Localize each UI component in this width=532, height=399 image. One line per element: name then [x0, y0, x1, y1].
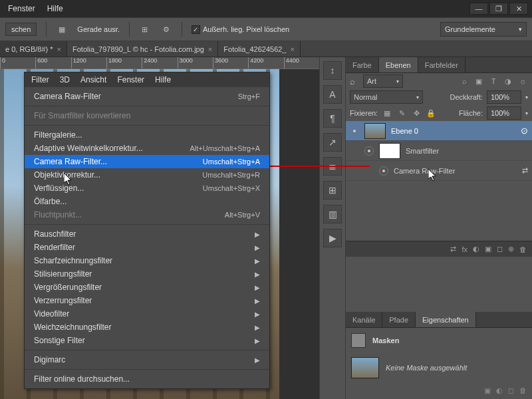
filter-type-icon[interactable]: T [488, 76, 499, 86]
panel-tab[interactable]: Kanäle [346, 312, 382, 327]
gear-icon[interactable]: ⚙ [160, 23, 172, 35]
panel-toggle-button[interactable]: ↗ [323, 133, 342, 152]
delete-label[interactable]: schen [5, 23, 37, 36]
maximize-button[interactable]: ❐ [489, 3, 508, 15]
menu-item[interactable]: Ölfarbe... [25, 195, 269, 208]
visibility-icon[interactable] [364, 146, 374, 156]
popup-menubar-item[interactable]: Ansicht [80, 75, 106, 84]
panel-tab[interactable]: Farbfelder [418, 57, 466, 72]
menu-item[interactable]: Renderfilter▶ [25, 241, 269, 254]
blend-mode-dropdown[interactable]: Normal ▾ [350, 90, 423, 104]
layer-action-icon[interactable]: ◻ [497, 245, 503, 253]
minimize-button[interactable]: — [469, 3, 488, 15]
popup-menubar-item[interactable]: 3D [60, 75, 70, 84]
menu-item[interactable]: Sonstige Filter▶ [25, 334, 269, 347]
menu-item[interactable]: Rauschfilter▶ [25, 227, 269, 241]
menu-item[interactable]: Filtergalerie... [25, 128, 269, 142]
layer-action-icon[interactable]: ⊕ [508, 245, 514, 253]
properties-action-icon[interactable]: ◐ [496, 386, 503, 395]
grid-icon[interactable]: ▦ [56, 23, 68, 35]
visibility-icon[interactable] [379, 166, 388, 176]
panel-toggle-button[interactable]: ⊞ [323, 181, 342, 200]
properties-action-icon[interactable]: 🗑 [519, 386, 527, 395]
visibility-icon[interactable] [350, 126, 359, 136]
menu-item[interactable]: Objektivkorrektur...Umschalt+Strg+R [25, 168, 269, 182]
menu-item[interactable]: Verflüssigen...Umschalt+Strg+X [25, 182, 269, 195]
layer-action-icon[interactable]: ◐ [473, 245, 479, 253]
panel-toggle-button[interactable]: ¶ [323, 109, 342, 128]
filter-type-icon[interactable]: ☼ [517, 76, 528, 86]
menu-item[interactable]: Vergrößerungsfilter▶ [25, 281, 269, 294]
submenu-arrow-icon: ▶ [255, 311, 260, 318]
fill-field[interactable]: 100% [487, 106, 521, 120]
menu-item[interactable]: Adaptive Weitwinkelkorrektur...Alt+Umsch… [25, 142, 269, 155]
document-tab[interactable]: Fotolia_42624562_× [218, 41, 301, 57]
opacity-field[interactable]: 100% [487, 90, 521, 104]
lock-icon[interactable]: ✎ [396, 108, 407, 118]
menu-item[interactable]: Camera Raw-FilterStrg+F [25, 90, 269, 103]
panel-toggle-button[interactable]: ▥ [323, 205, 342, 223]
layers-footer: ⇄fx◐▣◻⊕🗑 [346, 241, 532, 257]
mask-thumbnail[interactable] [351, 357, 379, 378]
menu-item-label: Camera Raw-Filter [34, 92, 101, 101]
menu-item[interactable]: Camera Raw-Filter...Umschalt+Strg+A [25, 155, 269, 168]
close-icon[interactable]: × [57, 45, 61, 53]
menu-item[interactable]: Verzerrungsfilter▶ [25, 294, 269, 307]
workspace-preset-dropdown[interactable]: Grundelemente ▾ [440, 22, 527, 37]
lock-icons: ▦✎✥🔒 [382, 108, 436, 118]
menu-item[interactable]: Stilisierungsfilter▶ [25, 267, 269, 281]
document-tab[interactable]: e 0, RGB/8#) *× [0, 41, 67, 57]
panel-toggle-button[interactable]: ↕ [323, 61, 342, 80]
close-icon[interactable]: × [208, 45, 212, 53]
layer-action-icon[interactable]: ▣ [485, 245, 491, 253]
popup-menubar-item[interactable]: Fenster [117, 75, 144, 84]
menu-item[interactable]: Digimarc▶ [25, 353, 269, 366]
mask-mode-icon[interactable] [351, 333, 366, 348]
menu-item[interactable]: Videofilter▶ [25, 307, 269, 321]
filter-blend-icon[interactable]: ⇄ [522, 166, 528, 175]
popup-menubar-item[interactable]: Hilfe [155, 75, 171, 84]
chevron-down-icon[interactable]: ▾ [525, 110, 528, 116]
panel-toggle-button[interactable]: ▶ [323, 229, 342, 247]
document-tab[interactable]: Fotolia_797890_L © hc - Fotolia.com.jpg× [67, 41, 218, 57]
layer-action-icon[interactable]: ⇄ [450, 245, 456, 253]
lock-icon[interactable]: ▦ [382, 108, 392, 118]
layer-row[interactable]: Ebene 0⊙ [346, 121, 532, 141]
filter-type-icon[interactable]: ▣ [473, 76, 484, 86]
layer-filter-row: ⌕ Art ▾ ⌕▣T◑☼ [346, 73, 532, 89]
grid-overlay-icon[interactable]: ⊞ [139, 23, 151, 35]
chevron-down-icon[interactable]: ▾ [525, 94, 528, 100]
panel-tab[interactable]: Eigenschaften [416, 312, 476, 327]
menu-item[interactable]: Filter online durchsuchen... [25, 372, 269, 386]
filter-type-icon[interactable]: ◑ [503, 76, 513, 86]
panel-tab[interactable]: Farbe [346, 57, 379, 72]
lock-icon[interactable]: 🔒 [426, 108, 436, 118]
submenu-arrow-icon: ▶ [255, 337, 260, 344]
tab-label: e 0, RGB/8#) * [5, 45, 53, 53]
lock-icon[interactable]: ✥ [411, 108, 422, 118]
panel-tab[interactable]: Ebenen [379, 57, 418, 72]
close-icon[interactable]: × [291, 45, 295, 53]
properties-action-icon[interactable]: ▣ [484, 386, 491, 395]
layer-row[interactable]: Camera Raw-Filter⇄ [346, 161, 532, 181]
layer-row[interactable]: Smartfilter [346, 141, 532, 161]
straighten-label[interactable]: Gerade ausr. [77, 25, 120, 33]
panel-tab[interactable]: Pfade [382, 312, 416, 327]
close-button[interactable]: ✕ [509, 3, 528, 15]
menu-item[interactable]: Weichzeichnungsfilter▶ [25, 321, 269, 334]
clear-pixels-checkbox[interactable]: ✓ Außerh. lieg. Pixel löschen [192, 25, 289, 34]
layer-action-icon[interactable]: 🗑 [519, 245, 527, 253]
menu-item[interactable]: Scharfzeichnungsfilter▶ [25, 254, 269, 267]
submenu-arrow-icon: ▶ [255, 324, 260, 331]
menu-hilfe[interactable]: Hilfe [47, 4, 63, 13]
opacity-label: Deckkraft: [450, 93, 483, 101]
properties-action-icon[interactable]: ◻ [508, 386, 514, 395]
filter-type-dropdown[interactable]: Art ▾ [363, 74, 403, 88]
masks-header: Masken [346, 328, 532, 353]
search-icon[interactable]: ⌕ [350, 76, 359, 86]
panel-toggle-button[interactable]: A [323, 85, 342, 104]
menu-fenster[interactable]: Fenster [8, 4, 35, 13]
popup-menubar-item[interactable]: Filter [31, 75, 49, 84]
layer-action-icon[interactable]: fx [462, 245, 467, 253]
filter-type-icon[interactable]: ⌕ [459, 76, 469, 86]
